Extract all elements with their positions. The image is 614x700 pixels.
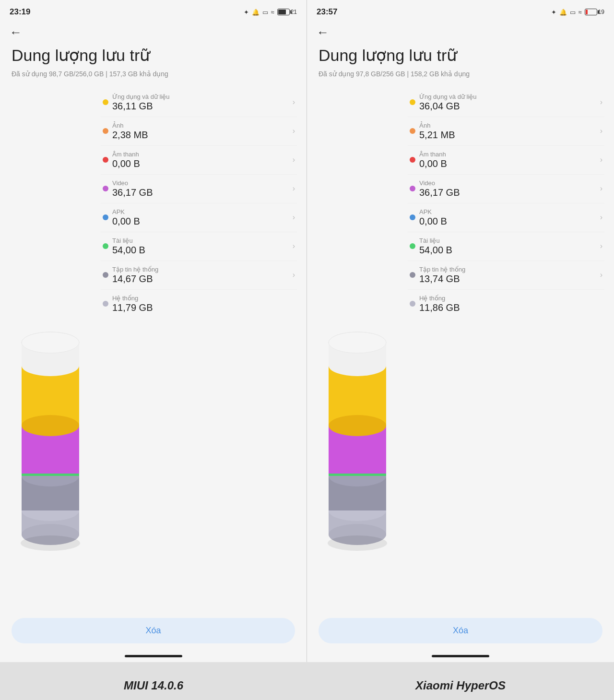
storage-item-label: Tài liệu — [112, 237, 291, 244]
right-status-time: 23:57 — [317, 7, 337, 17]
chevron-right-icon: › — [293, 184, 295, 193]
storage-item-label: APK — [419, 208, 598, 215]
storage-item-value: 54,00 B — [112, 245, 291, 256]
battery-icon — [277, 9, 290, 15]
screen-icon-r: ▭ — [570, 9, 576, 16]
storage-item-label: Âm thanh — [419, 151, 598, 158]
left-storage-list: Ứng dụng và dữ liệu36,11 GB›Ảnh2,38 MB›Â… — [96, 83, 302, 610]
left-phone-label: MIUI 14.0.6 — [0, 679, 307, 692]
battery-icon-r — [585, 9, 597, 15]
left-cylinder-container — [5, 83, 96, 610]
right-storage-cylinder — [324, 322, 391, 601]
storage-item-value: 54,00 B — [419, 245, 598, 256]
right-back-button[interactable]: ← — [307, 21, 614, 42]
mute-icon: 🔔 — [252, 9, 260, 16]
chevron-right-icon: › — [600, 271, 602, 279]
right-clear-button[interactable]: Xóa — [319, 618, 602, 643]
right-content-area: Ứng dụng và dữ liệu36,04 GB›Ảnh5,21 MB›Â… — [307, 83, 614, 610]
left-status-icons: ✦ 🔔 ▭ ≈ 21 — [244, 9, 297, 16]
storage-item-value: 2,38 MB — [112, 130, 291, 141]
labels-row: MIUI 14.0.6 Xiaomi HyperOS — [0, 673, 614, 700]
storage-item-label: Hệ thống — [419, 295, 602, 302]
left-back-button[interactable]: ← — [0, 21, 307, 42]
right-status-icons: ✦ 🔔 ▭ ≈ 19 — [551, 9, 605, 16]
storage-item[interactable]: Tài liệu54,00 B› — [408, 232, 604, 261]
storage-dot — [410, 99, 415, 105]
storage-item-value: 13,74 GB — [419, 273, 598, 285]
battery-level: 21 — [291, 9, 297, 15]
storage-item-value: 0,00 B — [112, 158, 291, 169]
left-status-time: 23:19 — [10, 7, 30, 17]
left-storage-cylinder — [17, 322, 84, 601]
chevron-right-icon: › — [600, 98, 602, 107]
chevron-right-icon: › — [293, 271, 295, 279]
storage-item[interactable]: Âm thanh0,00 B› — [408, 146, 604, 175]
storage-item-label: Ứng dụng và dữ liệu — [112, 93, 291, 100]
left-clear-button[interactable]: Xóa — [12, 618, 295, 643]
storage-item[interactable]: Tập tin hệ thống13,74 GB› — [408, 261, 604, 290]
storage-item-label: Âm thanh — [112, 151, 291, 158]
storage-item-value: 0,00 B — [419, 158, 598, 169]
svg-point-18 — [21, 535, 80, 551]
storage-item[interactable]: Ảnh2,38 MB› — [101, 117, 297, 146]
storage-item[interactable]: Video36,17 GB› — [408, 175, 604, 203]
storage-item[interactable]: Tài liệu54,00 B› — [101, 232, 297, 261]
screen-icon: ▭ — [262, 9, 268, 16]
battery-level-r: 19 — [598, 9, 604, 15]
storage-item[interactable]: Ứng dụng và dữ liệu36,11 GB› — [101, 88, 297, 117]
storage-item-value: 0,00 B — [419, 216, 598, 227]
chevron-right-icon: › — [293, 242, 295, 250]
right-cylinder-container — [312, 83, 403, 610]
right-home-indicator — [432, 655, 489, 657]
wifi-icon: ≈ — [271, 9, 274, 16]
storage-item[interactable]: APK0,00 B› — [101, 203, 297, 232]
storage-item: Hệ thống11,86 GB — [408, 290, 604, 319]
svg-point-36 — [328, 535, 387, 551]
storage-item[interactable]: Video36,17 GB› — [101, 175, 297, 203]
storage-dot — [410, 128, 415, 134]
storage-item[interactable]: Tập tin hệ thống14,67 GB› — [101, 261, 297, 290]
bluetooth-icon: ✦ — [244, 9, 249, 16]
storage-item-value: 11,79 GB — [112, 302, 295, 313]
bluetooth-icon-r: ✦ — [551, 9, 556, 16]
storage-dot — [103, 214, 108, 220]
left-phone-panel: 23:19 ✦ 🔔 ▭ ≈ 21 ← Dung lượng lưu trữ Đã… — [0, 0, 307, 662]
storage-item-value: 36,11 GB — [112, 101, 291, 112]
storage-dot — [103, 301, 108, 307]
storage-item[interactable]: APK0,00 B› — [408, 203, 604, 232]
chevron-right-icon: › — [600, 213, 602, 222]
svg-point-14 — [22, 415, 79, 436]
chevron-right-icon: › — [600, 155, 602, 164]
right-phone-panel: 23:57 ✦ 🔔 ▭ ≈ 19 ← Dung lượng lưu trữ Đã… — [307, 0, 614, 662]
storage-item-label: Video — [419, 179, 598, 187]
storage-dot — [103, 186, 108, 191]
storage-item-value: 11,86 GB — [419, 302, 602, 313]
svg-point-16 — [22, 332, 79, 353]
storage-item-value: 0,00 B — [112, 216, 291, 227]
left-home-indicator — [125, 655, 182, 657]
mute-icon-r: 🔔 — [559, 9, 567, 16]
storage-item-value: 14,67 GB — [112, 273, 291, 285]
storage-item[interactable]: Ảnh5,21 MB› — [408, 117, 604, 146]
storage-dot — [410, 186, 415, 191]
storage-item[interactable]: Âm thanh0,00 B› — [101, 146, 297, 175]
storage-dot — [410, 272, 415, 278]
right-status-bar: 23:57 ✦ 🔔 ▭ ≈ 19 — [307, 0, 614, 21]
left-content-area: Ứng dụng và dữ liệu36,11 GB›Ảnh2,38 MB›Â… — [0, 83, 307, 610]
storage-dot — [103, 99, 108, 105]
chevron-right-icon: › — [600, 184, 602, 193]
svg-point-17 — [22, 355, 79, 376]
storage-dot — [410, 301, 415, 307]
svg-point-34 — [329, 332, 386, 353]
storage-item-label: Tập tin hệ thống — [112, 266, 291, 273]
battery-fill-r — [586, 10, 588, 14]
chevron-right-icon: › — [293, 98, 295, 107]
storage-item-label: Tài liệu — [419, 237, 598, 244]
storage-item[interactable]: Ứng dụng và dữ liệu36,04 GB› — [408, 88, 604, 117]
chevron-right-icon: › — [600, 242, 602, 250]
storage-item-label: Hệ thống — [112, 295, 295, 302]
left-page-title: Dung lượng lưu trữ — [0, 42, 307, 67]
storage-item-label: Ảnh — [112, 122, 291, 129]
storage-dot — [410, 157, 415, 163]
chevron-right-icon: › — [293, 155, 295, 164]
